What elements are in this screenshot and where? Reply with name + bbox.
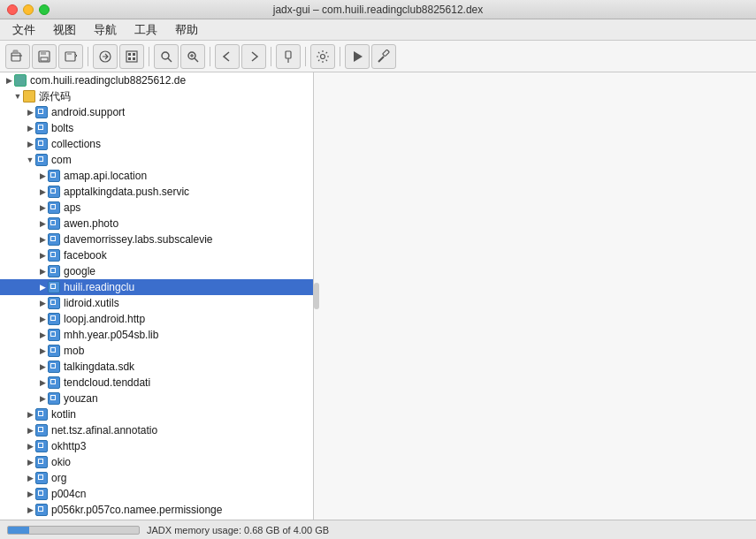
toolbar-separator-5 [305, 47, 306, 66]
text-search-button[interactable] [154, 44, 179, 69]
tree-item-24[interactable]: okio [0, 454, 313, 470]
run-button[interactable] [345, 44, 370, 69]
settings-button[interactable] [310, 44, 335, 69]
tree-label-9: awen.photo [64, 217, 118, 230]
tree-arrow-3 [25, 123, 35, 133]
tree-item-12[interactable]: google [0, 263, 313, 279]
tree-item-19[interactable]: tendcloud.tenddati [0, 375, 313, 391]
pkg-icon-24 [35, 456, 48, 468]
tree-arrow-27 [25, 505, 35, 515]
pkg-icon-19 [48, 376, 60, 389]
menu-tools[interactable]: 工具 [127, 20, 164, 40]
tree-label-4: collections [51, 138, 101, 150]
tree-label-27: p056kr.p057co.namee.permissionge [51, 504, 222, 516]
decompile-button[interactable] [93, 44, 118, 69]
tree-arrow-1 [12, 91, 23, 102]
tree-item-10[interactable]: davemorrissey.labs.subscalevie [0, 232, 313, 247]
tree-arrow-18 [37, 361, 48, 372]
pkg-icon-8 [48, 201, 60, 214]
svg-line-16 [195, 58, 198, 62]
save-button[interactable] [32, 44, 57, 69]
tree-item-28[interactable]: 资源文件 [0, 518, 313, 520]
back-button[interactable] [215, 44, 240, 69]
tree-item-13[interactable]: huili.readingclu [0, 279, 313, 295]
resize-handle[interactable] [314, 283, 319, 309]
svg-marker-22 [354, 51, 363, 62]
tree-arrow-20 [37, 393, 48, 404]
tree-item-14[interactable]: lidroid.xutils [0, 295, 313, 311]
tree-item-21[interactable]: kotlin [0, 406, 313, 422]
tool-button[interactable] [371, 44, 396, 69]
tree-item-5[interactable]: com [0, 152, 313, 168]
tree-item-11[interactable]: facebook [0, 247, 313, 263]
tree-item-20[interactable]: youzan [0, 391, 313, 406]
tree-item-4[interactable]: collections [0, 136, 313, 152]
tree-label-14: lidroid.xutils [64, 297, 119, 309]
tree-label-18: talkingdata.sdk [64, 361, 134, 373]
pkg-icon-5 [35, 154, 48, 166]
tree-item-9[interactable]: awen.photo [0, 216, 313, 232]
menu-file[interactable]: 文件 [5, 20, 42, 40]
pin-button[interactable] [276, 44, 301, 69]
maximize-button[interactable] [39, 4, 50, 15]
tree-arrow-23 [25, 441, 35, 452]
window-title: jadx-gui – com.huili.readingclub8825612.… [273, 4, 484, 16]
tree-item-17[interactable]: mob [0, 343, 313, 359]
tree-item-15[interactable]: loopj.android.http [0, 311, 313, 327]
zoom-button[interactable] [180, 44, 205, 69]
tree-item-8[interactable]: aps [0, 200, 313, 216]
graph-button[interactable] [119, 44, 144, 69]
tree-item-22[interactable]: net.tsz.afinal.annotatio [0, 422, 313, 438]
tree-item-27[interactable]: p056kr.p057co.namee.permissionge [0, 502, 313, 518]
tree-label-7: apptalkingdata.push.servic [64, 186, 189, 198]
tree-item-23[interactable]: okhttp3 [0, 438, 313, 454]
tree-item-1[interactable]: 源代码 [0, 88, 313, 104]
tree-arrow-6 [37, 171, 48, 181]
forward-button[interactable] [241, 44, 266, 69]
svg-line-14 [168, 58, 172, 62]
window-controls[interactable] [7, 4, 50, 15]
menu-help[interactable]: 帮助 [168, 20, 205, 40]
tree-label-2: android.support [51, 106, 125, 118]
pkg-icon-12 [48, 265, 60, 277]
close-button[interactable] [7, 4, 18, 15]
tree-arrow-10 [37, 234, 48, 245]
tree-item-2[interactable]: android.support [0, 104, 313, 120]
tree-item-18[interactable]: talkingdata.sdk [0, 359, 313, 375]
pkg-icon-26 [35, 488, 48, 500]
tree-label-10: davemorrissey.labs.subscalevie [64, 233, 213, 246]
tree-item-6[interactable]: amap.api.location [0, 168, 313, 184]
tree-label-8: aps [64, 201, 80, 214]
toolbar-separator-3 [210, 47, 210, 66]
tree-arrow-5 [25, 155, 35, 165]
tree-root[interactable]: com.huili.readingclub8825612.de [0, 72, 313, 88]
menu-view[interactable]: 视图 [46, 20, 83, 40]
tree-label-23: okhttp3 [51, 440, 86, 452]
minimize-button[interactable] [23, 4, 34, 15]
tree-label-5: com [51, 154, 72, 166]
tree-item-3[interactable]: bolts [0, 120, 313, 136]
main-area: com.huili.readingclub8825612.de 源代码andro… [0, 72, 756, 520]
tree-item-25[interactable]: org [0, 470, 313, 486]
tree-arrow-25 [25, 473, 35, 483]
tree-arrow-8 [37, 202, 48, 213]
root-label: com.huili.readingclub8825612.de [30, 74, 186, 87]
root-icon [14, 74, 27, 87]
open-button[interactable] [5, 44, 30, 69]
pkg-icon-21 [35, 408, 48, 421]
tree-item-7[interactable]: apptalkingdata.push.servic [0, 184, 313, 200]
tree-item-26[interactable]: p004cn [0, 486, 313, 502]
tree-arrow-7 [37, 186, 48, 197]
svg-line-23 [378, 57, 384, 62]
tree-arrow-24 [25, 457, 35, 467]
svg-point-13 [162, 52, 169, 59]
save-all-button[interactable] [58, 44, 83, 69]
tree-label-3: bolts [51, 122, 73, 134]
tree-arrow-22 [25, 425, 35, 436]
right-panel [314, 72, 756, 520]
svg-rect-1 [13, 50, 18, 53]
tree-panel[interactable]: com.huili.readingclub8825612.de 源代码andro… [0, 72, 314, 520]
menu-nav[interactable]: 导航 [87, 20, 124, 40]
tree-item-16[interactable]: mhh.year.p054sb.lib [0, 327, 313, 343]
tree-arrow-11 [37, 250, 48, 261]
